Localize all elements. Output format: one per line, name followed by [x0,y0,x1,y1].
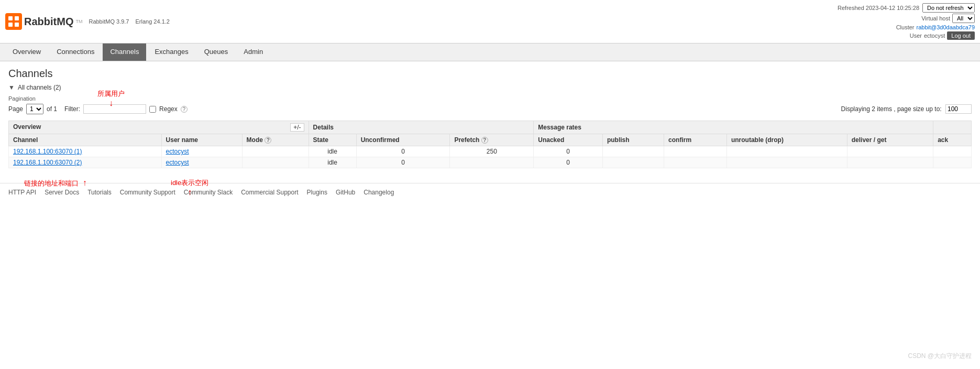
col-unroutable: unroutable (drop) [726,134,847,146]
nav-exchanges[interactable]: Exchanges [147,44,195,61]
rabbitmq-version: RabbitMQ 3.9.7 [89,18,129,25]
col-mode: Mode ? [242,134,309,146]
cell-channel[interactable]: 192.168.1.100:63070 (1) [9,146,162,157]
page-select[interactable]: 1 [26,104,43,114]
vhost-row: Virtual host All [838,14,975,23]
footer-link[interactable]: GitHub [336,189,355,196]
nav-overview[interactable]: Overview [5,44,48,61]
cell-channel[interactable]: 192.168.1.100:63070 (2) [9,157,162,168]
cluster-label: Cluster [896,24,915,30]
cell-prefetch [450,157,534,168]
col-unconfirmed: Unconfirmed [356,134,450,146]
extra-col-header [933,121,972,134]
col-username: User name [161,134,242,146]
footer-link[interactable]: HTTP API [8,189,36,196]
footer-link[interactable]: Community Slack [184,189,233,196]
cell-unroutable [726,146,847,157]
cell-username[interactable]: ectocyst [161,146,242,157]
col-confirm: confirm [664,134,727,146]
page-title: Channels [8,68,972,80]
plus-minus-button[interactable]: +/- [290,123,304,132]
footer-link[interactable]: Commercial Support [241,189,298,196]
message-rates-group-header: Message rates [534,121,933,134]
table-body: 192.168.1.100:63070 (1)ectocystidle02500… [9,146,972,168]
svg-rect-4 [15,23,19,27]
user-row: User ectocyst Log out [838,31,975,40]
prefetch-help-icon[interactable]: ? [481,137,488,144]
pagination-label: Pagination [8,95,972,102]
erlang-version: Erlang 24.1.2 [135,18,169,25]
nav-connections[interactable]: Connections [49,44,102,61]
user-value: ectocyst [924,32,945,39]
cell-username[interactable]: ectocyst [161,157,242,168]
cell-unconfirmed: 0 [356,146,450,157]
col-state: State [309,134,356,146]
pagination-section: Pagination Page 1 of 1 Filter: Regex ? D… [8,95,972,114]
cluster-value: rabbit@3d0daabdca79 [917,24,975,30]
nav-bar: Overview Connections Channels Exchanges … [0,44,980,61]
cell-prefetch: 250 [450,146,534,157]
section-header: ▼ All channels (2) [8,84,972,91]
cell-unacked: 0 [534,146,603,157]
cell-confirm [664,146,727,157]
footer-link[interactable]: Server Docs [45,189,79,196]
table-section: 所属用户 ↓ 链接的地址和端口 ↑ idle表示空闲 ↑ Overview +/… [8,121,972,168]
filter-label: Filter: [64,105,80,113]
vhost-label: Virtual host [921,15,950,21]
cell-state: idle [309,146,356,157]
cell-unroutable [726,157,847,168]
regex-checkbox[interactable] [149,106,156,113]
cell-unconfirmed: 0 [356,157,450,168]
footer: HTTP APIServer DocsTutorialsCommunity Su… [0,183,980,201]
page-label: Page [8,105,23,113]
footer-link[interactable]: Changelog [364,189,394,196]
overview-group-header: Overview +/- [9,121,309,134]
cell-mode [242,146,309,157]
nav-queues[interactable]: Queues [197,44,236,61]
filter-input[interactable] [83,104,146,114]
col-publish: publish [602,134,664,146]
top-right-info: Refreshed 2023-04-12 10:25:28 Do not ref… [838,3,975,40]
refresh-row: Refreshed 2023-04-12 10:25:28 Do not ref… [838,3,975,13]
displaying-info: Displaying 2 items , page size up to: [841,104,972,114]
user-label: User [910,32,922,39]
section-label: All channels (2) [18,84,61,91]
rabbitmq-logo-icon [5,13,22,30]
col-ack: ack [933,134,972,146]
table-row: 192.168.1.100:63070 (2)ectocystidle00 [9,157,972,168]
cell-state: idle [309,157,356,168]
col-unacked: Unacked [534,134,603,146]
mode-help-icon[interactable]: ? [265,137,271,144]
nav-channels[interactable]: Channels [103,44,146,61]
nav-admin[interactable]: Admin [236,44,270,61]
cell-confirm [664,157,727,168]
topbar: RabbitMQ TM RabbitMQ 3.9.7 Erlang 24.1.2… [0,0,980,44]
svg-rect-1 [8,16,13,20]
col-prefetch: Prefetch ? [450,134,534,146]
cell-ack [933,157,972,168]
cell-deliver [847,157,933,168]
refreshed-time: Refreshed 2023-04-12 10:25:28 [838,5,919,11]
regex-help-icon[interactable]: ? [181,106,188,113]
footer-link[interactable]: Plugins [307,189,327,196]
cell-publish [602,157,664,168]
logo: RabbitMQ TM [5,13,82,30]
refresh-select[interactable]: Do not refresh [922,3,975,13]
main-content: Channels ▼ All channels (2) Pagination P… [0,61,980,201]
cell-ack [933,146,972,157]
logo-text: RabbitMQ [24,16,73,28]
section-toggle[interactable]: ▼ [8,84,15,91]
footer-link[interactable]: Community Support [120,189,175,196]
cell-deliver [847,146,933,157]
details-group-header: Details [309,121,534,134]
footer-link[interactable]: Tutorials [87,189,112,196]
logout-button[interactable]: Log out [947,31,975,40]
page-size-input[interactable] [945,104,972,114]
table-row: 192.168.1.100:63070 (1)ectocystidle02500 [9,146,972,157]
svg-rect-3 [8,23,13,27]
cell-publish [602,146,664,157]
svg-rect-2 [15,16,19,20]
cell-unacked: 0 [534,157,603,168]
vhost-select[interactable]: All [952,14,975,23]
svg-rect-0 [6,14,21,29]
